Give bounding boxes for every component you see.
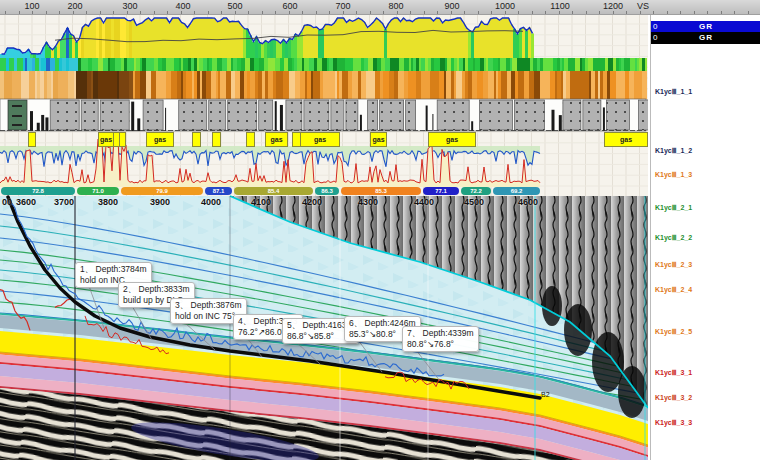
formation-label: K1ycⅢ_2_1: [655, 204, 692, 212]
ruler-tick: [667, 11, 668, 14]
formation-label: K1ycⅢ_3_3: [655, 419, 692, 427]
right-gr-panel: 0 GR 0 GR K1ycⅢ_1_1K1ycⅢ_1_2K1ycⅢ_1_3K1y…: [650, 14, 760, 460]
ruler-tick: [734, 11, 735, 14]
formation-label: K1ycⅢ_1_1: [655, 88, 692, 96]
formation-label: K1ycⅢ_3_1: [655, 369, 692, 377]
gr-track-header-blue[interactable]: 0 GR: [651, 21, 760, 32]
ruler-tick: [653, 11, 654, 14]
annotation-depth: 2、 Depth:3833m: [123, 284, 190, 295]
ruler-tick: [707, 11, 708, 14]
annotation-detail: 80.8°↘76.8°: [407, 339, 474, 350]
ruler-tick: [721, 11, 722, 14]
formation-label: K1ycⅢ_3_2: [655, 394, 692, 402]
annotation-callout[interactable]: 7、 Depth:4339m80.8°↘76.8°: [402, 326, 479, 352]
annotation-depth: 7、 Depth:4339m: [407, 328, 474, 339]
formation-label: K1ycⅢ_2_3: [655, 261, 692, 269]
well-target-label: B2: [541, 391, 550, 398]
formation-label: K1ycⅢ_1_2: [655, 147, 692, 155]
gr-track-header-black[interactable]: 0 GR: [651, 32, 760, 44]
gr-track-title: GR: [651, 32, 760, 43]
formation-label: K1ycⅢ_1_3: [655, 171, 692, 179]
gr-track-title: GR: [651, 21, 760, 32]
ruler-tick: [748, 11, 749, 14]
formation-label: K1ycⅢ_2_4: [655, 286, 692, 294]
annotation-layer: 1、 Depth:3784mhold on INC2、 Depth:3833mb…: [0, 0, 648, 460]
ruler-tick: [694, 11, 695, 14]
formation-label: K1ycⅢ_2_5: [655, 328, 692, 336]
formation-label: K1ycⅢ_2_2: [655, 234, 692, 242]
geosteering-app: 100200300400500600700800900100011001200V…: [0, 0, 760, 460]
annotation-depth: 1、 Depth:3784m: [80, 264, 147, 275]
annotation-detail: hold on INC 75°: [175, 311, 242, 322]
ruler-tick: [680, 11, 681, 14]
annotation-depth: 3、 Depth:3876m: [175, 300, 242, 311]
